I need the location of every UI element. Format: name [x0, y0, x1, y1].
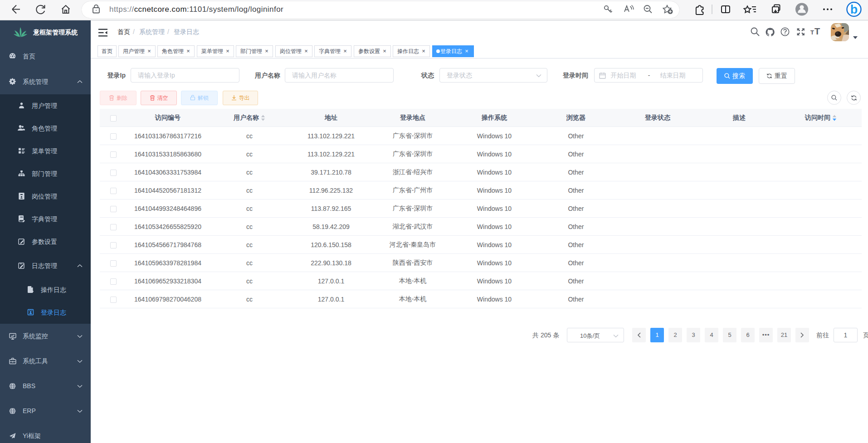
svg-text:b: b — [850, 3, 858, 16]
svg-text:T: T — [810, 29, 814, 36]
svg-text:T: T — [814, 26, 820, 36]
